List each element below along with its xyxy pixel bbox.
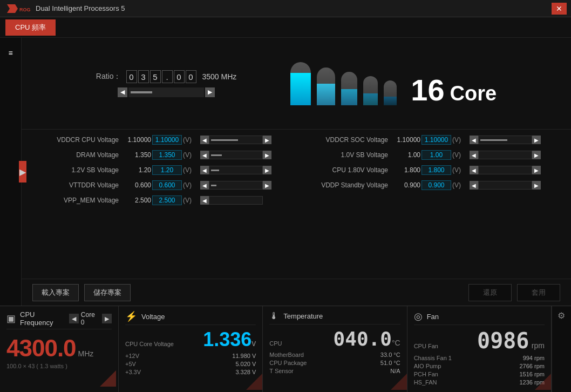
voltage-left-col: VDDCR CPU Voltage 1.10000 (V) ◀ ▶ DRAM V… <box>32 135 291 273</box>
rog-logo: ROG <box>4 2 31 15</box>
fan-aio-value: 2766 rpm <box>520 363 545 369</box>
cpu18v-input[interactable] <box>422 165 451 175</box>
cpu-core-volt-unit: v <box>251 339 256 348</box>
vppmem-track[interactable] <box>209 196 263 205</box>
vddcr-soc-unit: (V) <box>452 136 467 144</box>
fan-hs-label: HS_FAN <box>414 379 437 386</box>
fan-row-hs: HS_FAN 1236 rpm <box>414 379 545 386</box>
freq-icon: ▣ <box>6 313 16 325</box>
load-profile-button[interactable]: 載入專案 <box>32 284 79 301</box>
ratio-digit-5: 0 <box>186 70 196 83</box>
vttddr-fill <box>211 185 216 186</box>
dram-slider-container: ◀ ▶ <box>200 151 271 159</box>
ratio-increase-arrow[interactable]: ▶ <box>205 87 215 97</box>
cpu-temp-value: 040.0 <box>334 328 392 350</box>
vddcr-soc-increase[interactable]: ▶ <box>532 136 541 144</box>
vddcr-cpu-increase[interactable]: ▶ <box>263 136 271 144</box>
cpu18v-track[interactable] <box>478 166 532 174</box>
gear-icon[interactable]: ⚙ <box>558 310 565 321</box>
cpu-core-volt-value-row: 1.336v <box>203 328 256 351</box>
apply-button[interactable]: 套用 <box>517 284 560 301</box>
core-count-number: 16 <box>411 75 444 105</box>
sb10v-input[interactable] <box>422 150 451 160</box>
cpu-core-volt-value: 1.336 <box>203 328 251 350</box>
vddp-increase[interactable]: ▶ <box>532 181 541 190</box>
vddcr-cpu-value: 1.10000 <box>123 136 151 144</box>
sb10v-track[interactable] <box>478 151 532 159</box>
cpu-temp-value-row: 040.0°C <box>334 328 400 350</box>
temp-row-pkg: CPU Package 51.0 °C <box>269 360 400 366</box>
core-next-arrow[interactable]: ▶ <box>102 314 112 323</box>
vddp-track[interactable] <box>478 181 532 190</box>
fan-row-pch: PCH Fan 1516 rpm <box>414 371 545 377</box>
tab-cpu-freq[interactable]: CPU 頻率 <box>5 19 56 36</box>
cpu-visual-section: Ratio： 0 3 5 . 0 0 3500 MHz ◀ ▶ <box>22 38 571 130</box>
vddp-slider-container: ◀ ▶ <box>470 181 541 190</box>
sb12v-decrease[interactable]: ◀ <box>200 166 209 174</box>
vttddr-track[interactable] <box>209 181 263 190</box>
vddcr-soc-slider-container: ◀ ▶ <box>470 136 541 144</box>
volt-row-5v: +5V 5.020 V <box>125 361 256 367</box>
vddp-decrease[interactable]: ◀ <box>470 181 478 190</box>
ratio-slider-fill <box>131 91 152 93</box>
volt-12v-value: 11.980 V <box>232 353 256 359</box>
sb12v-input[interactable] <box>152 165 182 175</box>
reset-button[interactable]: 還原 <box>468 284 512 301</box>
sb12v-value: 1.20 <box>123 166 151 174</box>
sb12v-increase[interactable]: ▶ <box>263 166 271 174</box>
cpu-freq-panel: ▣ CPU Frequency ◀ Core 0 ▶ 4300.0 MHz 10… <box>0 306 119 392</box>
vddcr-cpu-input[interactable] <box>152 135 182 145</box>
svg-marker-4 <box>246 374 262 390</box>
cpu18v-unit: (V) <box>452 166 467 174</box>
vppmem-input[interactable] <box>152 195 182 205</box>
dram-increase[interactable]: ▶ <box>263 151 271 159</box>
dram-decrease[interactable]: ◀ <box>200 151 209 159</box>
vppmem-decrease[interactable]: ◀ <box>200 196 209 205</box>
vttddr-unit: (V) <box>183 181 198 189</box>
ratio-decrease-arrow[interactable]: ◀ <box>118 87 127 97</box>
dram-track[interactable] <box>209 151 263 159</box>
vddp-input[interactable] <box>422 180 451 190</box>
vttddr-decrease[interactable]: ◀ <box>200 181 209 190</box>
sb12v-track[interactable] <box>209 166 263 174</box>
freq-unit: MHz <box>78 349 94 358</box>
sb12v-slider-container: ◀ ▶ <box>200 166 271 174</box>
sb10v-increase[interactable]: ▶ <box>532 151 541 159</box>
left-sidebar: ≡ ▶ <box>0 38 22 306</box>
vddcr-soc-track[interactable] <box>478 136 532 144</box>
cpu-fan-unit: rpm <box>532 341 545 350</box>
vttddr-input[interactable] <box>152 180 182 190</box>
save-profile-button[interactable]: 儲存專案 <box>84 284 131 301</box>
freq-sub-info: 100.0 × 43 ( 1.3 watts ) <box>6 363 112 369</box>
vddcr-cpu-decrease[interactable]: ◀ <box>200 136 209 144</box>
volt-panel-title: Voltage <box>141 313 165 321</box>
core-text: Core <box>450 83 497 104</box>
sb12v-label: 1.2V SB Voltage <box>32 166 119 174</box>
sb12v-unit: (V) <box>183 166 198 174</box>
temp-row-tsensor: T Sensor N/A <box>269 368 400 374</box>
sb10v-decrease[interactable]: ◀ <box>470 151 478 159</box>
temp-panel-title: Temperature <box>283 312 323 320</box>
cpu18v-increase[interactable]: ▶ <box>532 166 541 174</box>
sidebar-expand-arrow[interactable]: ▶ <box>19 161 26 183</box>
vddp-value: 0.900 <box>392 181 420 189</box>
fan-main-row: CPU Fan 0986 rpm <box>414 328 545 353</box>
vttddr-increase[interactable]: ▶ <box>263 181 271 190</box>
core-prev-arrow[interactable]: ◀ <box>69 314 79 323</box>
vddcr-soc-decrease[interactable]: ◀ <box>470 136 478 144</box>
cpu18v-decrease[interactable]: ◀ <box>470 166 478 174</box>
temp-mb-value: 33.0 °C <box>380 352 400 358</box>
fan-pch-label: PCH Fan <box>414 371 438 377</box>
vddcr-soc-input[interactable] <box>422 135 451 145</box>
right-buttons: 還原 套用 <box>468 284 560 301</box>
dram-unit: (V) <box>183 151 198 159</box>
vddcr-cpu-track[interactable] <box>209 136 263 144</box>
ratio-slider[interactable] <box>128 87 204 97</box>
dram-input[interactable] <box>152 150 182 160</box>
status-bar: ▣ CPU Frequency ◀ Core 0 ▶ 4300.0 MHz 10… <box>0 306 571 392</box>
temp-row-mb: MotherBoard 33.0 °C <box>269 352 400 358</box>
close-button[interactable]: ✕ <box>552 3 567 15</box>
volt-icon: ⚡ <box>125 310 137 322</box>
voltage-row-1: DRAM Voltage 1.350 (V) ◀ ▶ <box>32 150 291 160</box>
sb10v-slider-container: ◀ ▶ <box>470 151 541 159</box>
